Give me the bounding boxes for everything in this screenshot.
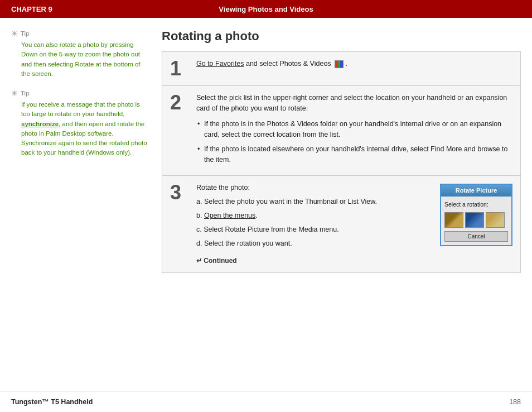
step-1: 1 Go to Favorites and select Photos & Vi… — [162, 52, 520, 86]
step-3-items: a. Select the photo you want in the Thum… — [196, 196, 429, 250]
continued-label: ↵ Continued — [196, 256, 429, 266]
chapter-title: Viewing Photos and Videos — [123, 5, 409, 13]
open-menus-link[interactable]: Open the menus — [204, 212, 255, 219]
right-content: Rotating a photo 1 Go to Favorites and s… — [162, 29, 521, 385]
dialog-images — [444, 212, 508, 228]
step-3b-letter: b. — [196, 212, 204, 219]
rotation-option-3[interactable] — [486, 212, 505, 228]
rotation-option-1[interactable] — [444, 212, 463, 228]
step-2-content: Select the pick list in the upper-right … — [193, 86, 520, 175]
step-2-bullet-1: If the photo is in the Photos & Videos f… — [196, 119, 512, 141]
rotate-dialog: Rotate Picture Select a rotation: Cancel — [440, 184, 512, 266]
step-3: 3 Rotate the photo: a. Select the photo … — [162, 176, 520, 272]
dialog-titlebar: Rotate Picture — [441, 185, 511, 197]
go-to-favorites-link[interactable]: Go to Favorites — [196, 60, 244, 68]
steps-container: 1 Go to Favorites and select Photos & Vi… — [162, 51, 521, 273]
step-3b: b. Open the menus. — [196, 210, 429, 222]
tip-1-header: ✳ Tip — [11, 29, 151, 38]
footer-brand: Tungsten™ T5 Handheld — [11, 398, 93, 406]
step-3-number: 3 — [162, 176, 193, 272]
tip-1-label: Tip — [21, 30, 30, 37]
dialog-body: Select a rotation: Cancel — [441, 197, 511, 245]
tip-1: ✳ Tip You can also rotate a photo by pre… — [11, 29, 151, 79]
chapter-label: CHAPTER 9 — [11, 5, 123, 13]
step-3a: a. Select the photo you want in the Thum… — [196, 196, 429, 208]
step-2-intro: Select the pick list in the upper-right … — [196, 94, 507, 112]
tip-2-text: If you receive a message that the photo … — [11, 100, 151, 158]
photos-videos-icon — [335, 60, 344, 68]
step-1-text-after: and select Photos & Videos — [246, 60, 333, 68]
cancel-button[interactable]: Cancel — [444, 231, 508, 242]
sidebar: ✳ Tip You can also rotate a photo by pre… — [11, 29, 162, 385]
step-1-number: 1 — [162, 52, 193, 85]
step-3-content: Rotate the photo: a. Select the photo yo… — [193, 176, 520, 272]
rotate-label: Rotate the photo: — [196, 183, 429, 193]
dialog-label: Select a rotation: — [444, 200, 508, 209]
step-1-content: Go to Favorites and select Photos & Vide… — [193, 52, 520, 85]
rotation-option-2[interactable] — [465, 212, 484, 228]
page-header: CHAPTER 9 Viewing Photos and Videos — [0, 0, 532, 18]
step-2: 2 Select the pick list in the upper-righ… — [162, 86, 520, 176]
tip-2-header: ✳ Tip — [11, 89, 151, 98]
main-content: ✳ Tip You can also rotate a photo by pre… — [0, 18, 532, 391]
page-footer: Tungsten™ T5 Handheld 188 — [0, 391, 532, 412]
tip-2: ✳ Tip If you receive a message that the … — [11, 89, 151, 158]
step-3d: d. Select the rotation you want. — [196, 238, 429, 250]
tip-1-star-icon: ✳ — [11, 29, 18, 38]
step-2-bullets: If the photo is in the Photos & Videos f… — [196, 119, 512, 166]
tip-2-star-icon: ✳ — [11, 89, 18, 98]
step-3c: c. Select Rotate Picture from the Media … — [196, 224, 429, 236]
synchronize-link[interactable]: synchronize — [21, 121, 59, 127]
brand-name: Tungsten™ T5 Handheld — [11, 398, 93, 406]
step-2-number: 2 — [162, 86, 193, 175]
step-3-inner: Rotate the photo: a. Select the photo yo… — [196, 183, 512, 266]
step-1-period: . — [346, 60, 347, 68]
step-3-text: Rotate the photo: a. Select the photo yo… — [196, 183, 429, 266]
dialog-box: Rotate Picture Select a rotation: Cancel — [440, 184, 512, 246]
page-number: 188 — [509, 398, 521, 406]
continued-arrow-icon: ↵ — [196, 257, 204, 265]
step-2-bullet-2: If the photo is located elsewhere on you… — [196, 144, 512, 166]
tip-1-text: You can also rotate a photo by pressing … — [11, 40, 151, 79]
step-3c-letter: c. — [196, 226, 204, 233]
step-3a-letter: a. — [196, 198, 204, 205]
step-3d-letter: d. — [196, 239, 204, 247]
tip-2-label: Tip — [21, 90, 30, 97]
page-heading: Rotating a photo — [162, 29, 521, 44]
